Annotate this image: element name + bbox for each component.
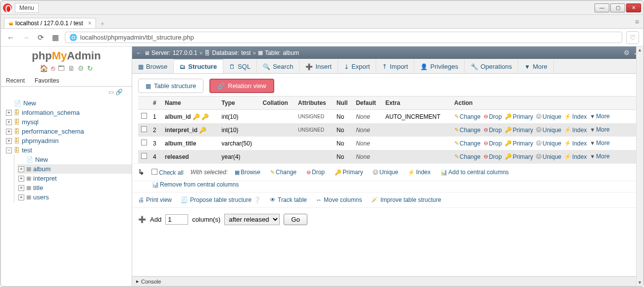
tree-table-users[interactable]: +▦users [17,192,132,202]
expand-icon[interactable]: + [18,166,24,172]
collapse-icon[interactable]: − [6,147,12,153]
row-checkbox[interactable] [141,126,147,132]
action-unique[interactable]: ⓊUnique [536,153,561,160]
window-close-button[interactable]: ✕ [626,3,641,12]
action-change[interactable]: ✎Change [454,140,481,147]
bulk-index[interactable]: ⚡Index [408,169,430,176]
action-index[interactable]: ⚡Index [564,140,587,147]
action-index[interactable]: ⚡Index [564,127,587,134]
print-view-link[interactable]: 🖨Print view [138,196,172,203]
action-more[interactable]: ▼More [590,140,609,146]
window-maximize-button[interactable]: ▢ [610,3,625,12]
opera-menu-button[interactable]: Menu [15,3,39,13]
propose-structure-link[interactable]: 🧾Propose table structure ❔ [181,196,261,203]
bulk-add-central[interactable]: 📊Add to central columns [441,169,509,176]
bc-table-link[interactable]: album [283,49,299,56]
collapse-icon[interactable]: ▭ [108,89,114,96]
action-drop[interactable]: ⊖Drop [484,113,502,120]
tree-table-album[interactable]: +▦album [17,164,132,174]
action-index[interactable]: ⚡Index [564,113,587,120]
reload-button[interactable]: ⟳ [36,31,46,44]
docs-icon[interactable]: 🗎 [68,64,75,72]
action-change[interactable]: ✎Change [454,127,481,134]
action-drop[interactable]: ⊖Drop [484,140,502,147]
settings-icon[interactable]: ⚙ [78,64,84,72]
favorites-tab[interactable]: Favorites [30,75,64,86]
action-primary[interactable]: 🔑Primary [505,127,533,134]
tab-operations[interactable]: 🔧Operations [465,59,519,73]
reload-nav-icon[interactable]: ↻ [87,64,93,72]
expand-icon[interactable]: + [6,129,12,135]
tab-more[interactable]: ▼More [518,59,554,73]
tree-table-interpret[interactable]: +▦interpret [17,174,132,183]
speed-dial-button[interactable]: ▦ [50,31,61,44]
tab-sql[interactable]: 🗒SQL [223,59,257,73]
tab-privileges[interactable]: 👤Privileges [414,59,464,73]
bulk-drop[interactable]: ⊖Drop [306,169,325,176]
tab-search[interactable]: 🔍Search [257,59,299,73]
nav-toggle-icon[interactable]: ← [136,49,142,56]
expand-icon[interactable]: + [6,119,12,125]
address-bar[interactable]: 🌐 localhost/phpmyadmin/tbl_structure.php [65,32,622,43]
go-button[interactable]: Go [284,214,307,225]
action-change[interactable]: ✎Change [454,113,481,120]
check-all[interactable]: Check all [151,169,184,176]
bc-db-link[interactable]: test [241,49,250,56]
forward-button[interactable]: → [20,31,32,44]
tree-db-information-schema[interactable]: +🗄information_schema [5,108,132,117]
bulk-unique[interactable]: ⓊUnique [373,169,398,176]
expand-icon[interactable]: + [6,110,12,116]
tab-close-icon[interactable]: × [88,20,92,27]
window-minimize-button[interactable]: — [594,3,609,12]
tab-insert[interactable]: ➕Insert [299,59,338,73]
gear-icon[interactable]: ⚙ [624,49,630,56]
action-change[interactable]: ✎Change [454,153,481,160]
track-table-link[interactable]: 👁Track table [270,196,307,203]
bookmark-button[interactable]: ♡ [626,31,639,44]
improve-structure-link[interactable]: 🪄Improve table structure [371,196,441,203]
action-primary[interactable]: 🔑Primary [505,153,533,160]
action-drop[interactable]: ⊖Drop [484,127,502,134]
link-icon[interactable]: 🔗 [115,89,123,96]
row-checkbox[interactable] [141,113,147,119]
action-more[interactable]: ▼More [590,126,609,133]
tab-browse[interactable]: ▦Browse [132,59,174,73]
row-checkbox[interactable] [141,153,147,159]
new-tab-button[interactable]: ＋ [99,19,106,28]
action-unique[interactable]: ⓊUnique [536,126,561,134]
bc-server-link[interactable]: 127.0.0.1 [173,49,198,56]
action-primary[interactable]: 🔑Primary [505,140,533,147]
subtab-table-structure[interactable]: ▦Table structure [138,79,203,93]
action-index[interactable]: ⚡Index [564,153,587,160]
tree-db-test[interactable]: −🗄test [5,145,132,155]
action-more[interactable]: ▼More [590,113,609,120]
scroll-up-icon[interactable]: ▲ [637,47,643,53]
action-more[interactable]: ▼More [590,153,609,160]
add-count-input[interactable] [165,214,188,225]
bulk-change[interactable]: ✎Change [270,169,297,176]
subtab-relation-view[interactable]: 🔗Relation view [209,79,274,93]
expand-icon[interactable]: + [6,138,12,144]
home-icon[interactable]: 🏠 [40,64,48,72]
bulk-primary[interactable]: 🔑Primary [335,169,363,176]
action-primary[interactable]: 🔑Primary [505,113,533,120]
move-columns-link[interactable]: ↔Move columns [316,196,362,203]
back-button[interactable]: ← [5,31,16,44]
action-unique[interactable]: ⓊUnique [536,140,561,147]
add-position-select[interactable]: after released [224,214,280,225]
action-unique[interactable]: ⓊUnique [536,113,561,120]
expand-icon[interactable]: + [18,194,24,200]
sql-icon[interactable]: 🗔 [58,64,65,72]
tabs-menu-icon[interactable]: ≡ [635,18,639,26]
tree-db-performance-schema[interactable]: +🗄performance_schema [5,127,132,136]
bulk-remove-central[interactable]: 📊Remove from central columns [152,181,239,188]
tree-db-mysql[interactable]: +🗄mysql [5,117,132,127]
tab-import[interactable]: ⤒Import [376,59,414,73]
vertical-scrollbar[interactable]: ▲ ▼ [636,47,643,286]
browser-tab[interactable]: 🛳 localhost / 127.0.0.1 / test × [4,18,96,28]
tree-table-title[interactable]: +▦title [17,183,132,192]
scroll-down-icon[interactable]: ▼ [637,279,643,286]
logout-icon[interactable]: ⎋ [51,64,55,72]
expand-icon[interactable]: + [18,185,24,191]
help-icon[interactable]: ❔ [253,196,261,203]
